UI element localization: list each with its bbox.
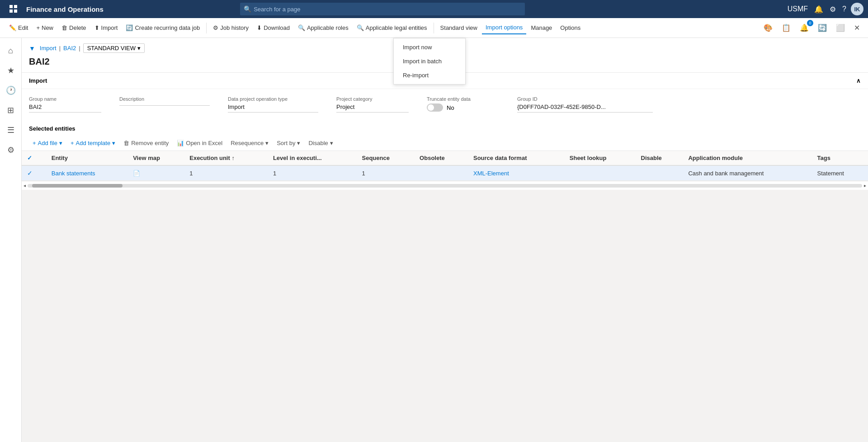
filter-icon[interactable]: ▼ — [29, 45, 35, 52]
row-view-map: 📄 — [127, 165, 184, 181]
col-tags[interactable]: Tags — [812, 151, 868, 165]
col-sequence[interactable]: Sequence — [357, 151, 415, 165]
svg-rect-1 — [14, 5, 17, 8]
add-file-button[interactable]: + Add file ▾ — [29, 137, 66, 149]
options-button[interactable]: Options — [557, 22, 584, 34]
sidebar-recent-icon[interactable]: 🕐 — [2, 81, 20, 99]
disable-button[interactable]: Disable ▾ — [305, 137, 336, 149]
data-project-op-type-value[interactable]: Import — [228, 103, 318, 113]
col-view-map[interactable]: View map — [127, 151, 184, 165]
col-entity[interactable]: Entity — [46, 151, 127, 165]
applicable-roles-button[interactable]: 🔍 Applicable roles — [294, 22, 352, 34]
main-layout: ⌂ ★ 🕐 ⊞ ☰ ⚙ ▼ Import | BAI2 | STANDARD V… — [0, 38, 868, 442]
svg-rect-2 — [9, 9, 13, 13]
sidebar-settings-icon[interactable]: ⚙ — [2, 141, 20, 159]
notification-icon[interactable]: 🔔 — [812, 3, 825, 15]
delete-button[interactable]: 🗑 Delete — [58, 22, 90, 34]
palette-icon[interactable]: 🎨 — [761, 22, 775, 34]
avatar[interactable]: IK — [851, 3, 863, 15]
table-row[interactable]: ✓ Bank statements 📄 1 1 1 XML-Element — [22, 165, 868, 181]
breadcrumb-record[interactable]: BAI2 — [63, 45, 76, 52]
help-icon[interactable]: ? — [840, 3, 848, 15]
col-sheet-lookup[interactable]: Sheet lookup — [564, 151, 636, 165]
sidebar: ⌂ ★ 🕐 ⊞ ☰ ⚙ — [0, 38, 22, 442]
breadcrumb-view-selector[interactable]: STANDARD VIEW ▾ — [83, 43, 145, 53]
job-history-icon: ⚙ — [213, 24, 218, 31]
applicable-legal-button[interactable]: 🔍 Applicable legal entities — [353, 22, 431, 34]
import-button[interactable]: ⬆ Import — [91, 22, 122, 34]
row-tags: Statement — [812, 165, 868, 181]
col-source-data-format[interactable]: Source data format — [468, 151, 564, 165]
separator — [206, 23, 207, 33]
add-file-icon: + — [33, 140, 36, 146]
settings-icon[interactable]: ⚙ — [828, 3, 838, 15]
sort-by-button[interactable]: Sort by ▾ — [273, 137, 304, 149]
sidebar-modules-icon[interactable]: ☰ — [2, 121, 20, 139]
sidebar-favorites-icon[interactable]: ★ — [2, 61, 20, 80]
search-wrapper: 🔍 — [240, 3, 525, 15]
open-excel-button[interactable]: 📊 Open in Excel — [173, 137, 226, 149]
standard-view-button[interactable]: Standard view — [437, 22, 481, 34]
job-history-button[interactable]: ⚙ Job history — [209, 22, 252, 34]
horizontal-scrollbar: ◂ ▸ — [22, 181, 868, 190]
search-input[interactable] — [240, 3, 525, 15]
truncate-toggle[interactable] — [427, 103, 443, 112]
refresh-icon[interactable]: 🔄 — [815, 22, 830, 34]
remove-entity-button[interactable]: 🗑 Remove entity — [120, 137, 172, 149]
applicable-roles-icon: 🔍 — [298, 24, 305, 31]
sidebar-workspaces-icon[interactable]: ⊞ — [2, 101, 20, 119]
create-recurring-button[interactable]: 🔄 Create recurring data job — [122, 22, 203, 34]
group-id-field: Group ID {D0FF70AD-032F-452E-9850-D... — [517, 96, 653, 113]
top-bar: Finance and Operations 🔍 USMF 🔔 ⚙ ? IK — [0, 0, 868, 18]
row-entity[interactable]: Bank statements — [46, 165, 127, 181]
badge-icon[interactable]: 🔔 0 — [797, 22, 811, 34]
col-disable[interactable]: Disable — [636, 151, 683, 165]
recurring-icon: 🔄 — [126, 24, 133, 31]
sidebar-home-icon[interactable]: ⌂ — [2, 42, 20, 60]
scroll-thumb[interactable] — [32, 184, 123, 188]
svg-rect-3 — [14, 9, 17, 13]
row-level-in-exec: 1 — [268, 165, 357, 181]
group-id-value[interactable]: {D0FF70AD-032F-452E-9850-D... — [517, 103, 653, 113]
import-section-body: Group name BAI2 Description Data project… — [22, 89, 868, 120]
maximize-icon[interactable]: ⬜ — [833, 22, 848, 34]
col-execution-unit[interactable]: Execution unit ↑ — [184, 151, 268, 165]
copy-icon[interactable]: 📋 — [779, 22, 793, 34]
description-label: Description — [119, 96, 210, 102]
col-level-in-exec[interactable]: Level in executi... — [268, 151, 357, 165]
import-icon: ⬆ — [94, 24, 99, 31]
scroll-track[interactable] — [28, 184, 862, 188]
project-category-value[interactable]: Project — [336, 103, 409, 113]
resequence-button[interactable]: Resequence ▾ — [227, 137, 272, 149]
description-value[interactable] — [119, 103, 210, 106]
row-source-data-format[interactable]: XML-Element — [468, 165, 564, 181]
close-icon[interactable]: ✕ — [851, 22, 863, 34]
truncate-value: No — [447, 104, 454, 111]
group-name-value[interactable]: BAI2 — [29, 103, 101, 113]
scroll-left-arrow[interactable]: ◂ — [22, 183, 28, 188]
edit-button[interactable]: ✏️ Edit — [5, 22, 32, 34]
entity-table-container: ✓ Entity View map Execution unit ↑ Level… — [22, 151, 868, 181]
scroll-right-arrow[interactable]: ▸ — [862, 183, 868, 188]
command-bar: ✏️ Edit + New 🗑 Delete ⬆ Import 🔄 Create… — [0, 18, 868, 38]
col-application-module[interactable]: Application module — [683, 151, 811, 165]
import-options-button[interactable]: Import options — [482, 21, 526, 34]
download-button[interactable]: ⬇ Download — [253, 22, 293, 34]
group-name-label: Group name — [29, 96, 101, 102]
grid-menu-icon[interactable] — [5, 0, 23, 18]
import-batch-menu-item[interactable]: Import in batch — [394, 54, 465, 68]
new-icon: + — [36, 24, 40, 31]
add-template-button[interactable]: + Add template ▾ — [67, 137, 119, 149]
new-button[interactable]: + New — [33, 22, 57, 34]
breadcrumb-import-link[interactable]: Import — [40, 45, 57, 52]
col-obsolete[interactable]: Obsolete — [414, 151, 468, 165]
re-import-menu-item[interactable]: Re-import — [394, 68, 465, 82]
manage-button[interactable]: Manage — [527, 22, 556, 34]
chevron-down-icon: ▾ — [137, 45, 141, 52]
add-file-dropdown-icon: ▾ — [59, 140, 62, 146]
truncate-entity-label: Truncate entity data — [427, 96, 499, 102]
top-bar-right: USMF 🔔 ⚙ ? IK — [786, 3, 863, 15]
import-now-menu-item[interactable]: Import now — [394, 40, 465, 54]
collapse-icon: ∧ — [856, 77, 861, 84]
data-project-op-type-field: Data project operation type Import — [228, 96, 318, 113]
